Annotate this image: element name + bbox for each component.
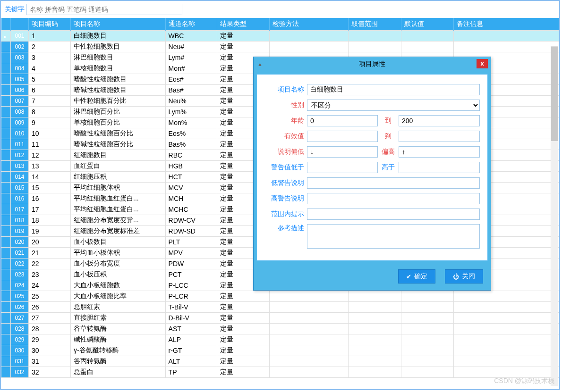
cell-result: 定量 — [217, 42, 269, 52]
table-row[interactable]: 02525大血小板细胞比率P-LCR定量 — [1, 291, 559, 302]
cell-method — [270, 313, 349, 324]
col-code[interactable]: 项目编码 — [28, 18, 70, 31]
col-rownum — [11, 18, 29, 31]
col-method[interactable]: 检验方法 — [270, 18, 349, 31]
cell-remark — [454, 324, 559, 334]
cell-code: 1 — [28, 31, 70, 42]
row-number: 014 — [11, 172, 29, 183]
col-range[interactable]: 取值范围 — [349, 18, 401, 31]
input-age-from[interactable] — [307, 115, 378, 126]
search-input[interactable] — [26, 4, 182, 15]
row-number: 004 — [11, 63, 29, 74]
row-marker — [1, 237, 11, 248]
cell-name: 嗜碱性粒细胞数目 — [71, 85, 166, 96]
cell-method — [270, 31, 349, 42]
cell-channel: MPV — [165, 248, 217, 259]
cell-range — [349, 367, 401, 378]
col-remark[interactable]: 备注信息 — [454, 18, 559, 31]
cell-code: 15 — [28, 183, 70, 193]
cell-name: 谷丙转氨酶 — [71, 356, 166, 367]
cell-channel: r-GT — [165, 345, 217, 356]
table-row[interactable]: 03030γ-谷氨酰转移酶r-GT定量 — [1, 345, 559, 356]
row-marker — [1, 345, 11, 356]
cell-result: 定量 — [217, 367, 269, 378]
label-valid: 有效值 — [264, 132, 304, 141]
cell-code: 29 — [28, 334, 70, 345]
input-high-desc[interactable] — [399, 146, 480, 158]
col-channel[interactable]: 通道名称 — [165, 18, 217, 31]
row-number: 028 — [11, 324, 29, 334]
table-row[interactable]: 02727直接胆红素D-Bil-V定量 — [1, 313, 559, 324]
close-button[interactable]: ⏻ 关闭 — [445, 269, 483, 284]
row-marker — [1, 139, 11, 150]
input-low-warn-desc[interactable] — [307, 177, 480, 189]
row-number: 002 — [11, 42, 29, 52]
cell-method — [270, 345, 349, 356]
table-row[interactable]: 03232总蛋白TP定量 — [1, 367, 559, 378]
cell-code: 3 — [28, 52, 70, 63]
input-warn-high[interactable] — [399, 162, 480, 173]
cell-code: 23 — [28, 269, 70, 280]
table-row[interactable]: 02929碱性磷酸酶ALP定量 — [1, 334, 559, 345]
input-warn-low[interactable] — [307, 162, 378, 173]
table-row[interactable]: 02626总胆红素T-Bil-V定量 — [1, 302, 559, 313]
main-window: 关键字 项目编码 项目名称 通道名称 结果类型 检验方法 取值范围 — [0, 0, 560, 390]
cell-remark — [454, 334, 559, 345]
cell-method — [270, 334, 349, 345]
col-default[interactable]: 默认值 — [401, 18, 453, 31]
ok-button-label: 确定 — [414, 272, 427, 281]
input-age-to[interactable] — [399, 115, 480, 126]
dialog-body: 项目名称 性别 不区分 年龄 到 有效值 到 — [256, 74, 488, 261]
cell-channel: HGB — [165, 161, 217, 172]
row-number: 024 — [11, 280, 29, 291]
cell-code: 7 — [28, 96, 70, 107]
cell-channel: PLT — [165, 237, 217, 248]
row-marker — [1, 161, 11, 172]
row-number: 015 — [11, 183, 29, 193]
col-result[interactable]: 结果类型 — [217, 18, 269, 31]
cell-name: 嗜碱性粒细胞百分比 — [71, 139, 166, 150]
cell-name: 血红蛋白 — [71, 161, 166, 172]
dialog-close-button[interactable]: x — [477, 59, 488, 68]
cell-channel: D-Bil-V — [165, 313, 217, 324]
cell-range — [349, 313, 401, 324]
col-name[interactable]: 项目名称 — [71, 18, 166, 31]
label-low-warn-desc: 低警告说明 — [264, 179, 304, 187]
select-gender[interactable]: 不区分 — [307, 100, 480, 111]
row-number: 019 — [11, 226, 29, 237]
input-item-name[interactable] — [307, 84, 480, 95]
cell-name: 血小板分布宽度 — [71, 259, 166, 269]
vertical-scrollbar[interactable] — [551, 46, 558, 386]
input-high-warn-desc[interactable] — [307, 193, 480, 204]
row-marker — [1, 302, 11, 313]
row-number: 020 — [11, 237, 29, 248]
table-row[interactable]: 02828谷草转氨酶AST定量 — [1, 324, 559, 334]
scrollbar-thumb[interactable] — [551, 47, 558, 141]
cell-name: 总蛋白 — [71, 367, 166, 378]
search-label: 关键字 — [5, 5, 25, 14]
item-properties-dialog: ▲ 项目属性 x 项目名称 性别 不区分 年龄 到 有效值 — [253, 57, 491, 291]
cell-range — [349, 356, 401, 367]
cell-name: 单核细胞百分比 — [71, 117, 166, 128]
cell-name: 总胆红素 — [71, 302, 166, 313]
table-row[interactable]: 03131谷丙转氨酶ALT定量 — [1, 356, 559, 367]
dialog-titlebar[interactable]: ▲ 项目属性 x — [254, 57, 491, 71]
cell-channel: Bas% — [165, 139, 217, 150]
textarea-ref-desc[interactable] — [307, 224, 480, 249]
cell-method — [270, 324, 349, 334]
input-valid-from[interactable] — [307, 131, 378, 142]
cell-code: 28 — [28, 324, 70, 334]
input-valid-to[interactable] — [399, 131, 480, 142]
row-number: 018 — [11, 215, 29, 226]
table-row[interactable]: 0011白细胞数目WBC定量 — [1, 31, 559, 42]
table-row[interactable]: 0022中性粒细胞数目Neu#定量 — [1, 42, 559, 52]
cell-name: 红细胞数目 — [71, 150, 166, 161]
cell-code: 13 — [28, 161, 70, 172]
label-high: 偏高 — [381, 148, 396, 156]
row-number: 016 — [11, 193, 29, 204]
input-in-range[interactable] — [307, 209, 480, 220]
cell-code: 9 — [28, 117, 70, 128]
cell-channel: MCHC — [165, 204, 217, 215]
ok-button[interactable]: ✔ 确定 — [398, 269, 435, 284]
input-low-desc[interactable] — [307, 146, 378, 158]
